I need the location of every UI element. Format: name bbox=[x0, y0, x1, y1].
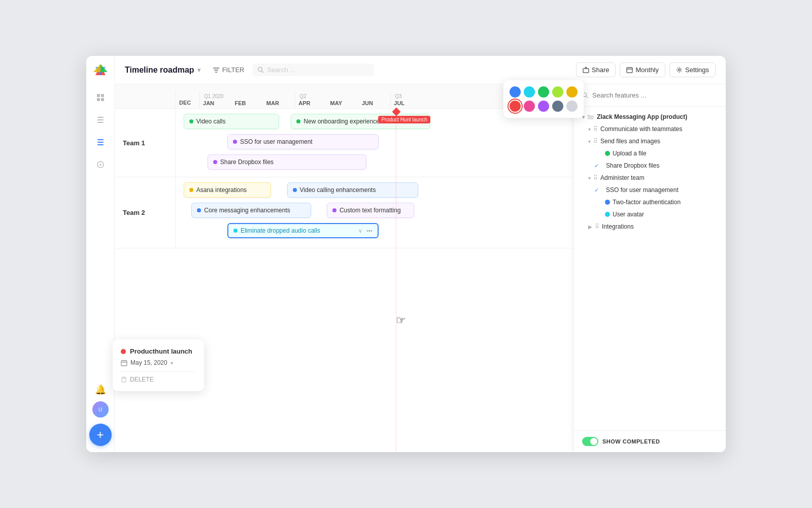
tree-item-2fa[interactable]: Two-factor authentication bbox=[574, 196, 726, 208]
svg-rect-5 bbox=[101, 94, 104, 97]
sidebar-item-list[interactable] bbox=[91, 111, 110, 129]
event-popup-date[interactable]: May 15, 2020 ▾ bbox=[121, 359, 196, 366]
monthly-button[interactable]: Monthly bbox=[620, 62, 665, 77]
svg-rect-34 bbox=[122, 378, 126, 382]
svg-rect-21 bbox=[583, 69, 589, 73]
grid-icon: ⠿ bbox=[595, 223, 599, 230]
color-swatch-slate[interactable] bbox=[552, 101, 563, 112]
svg-point-19 bbox=[258, 68, 262, 72]
task-share-dropbox[interactable]: Share Dropbox files bbox=[208, 154, 367, 170]
expand-icon[interactable]: ∨ bbox=[358, 228, 362, 234]
show-completed-label: SHOW COMPLETED bbox=[602, 438, 660, 444]
grid-icon: ⠿ bbox=[593, 138, 598, 145]
color-swatch-green[interactable] bbox=[538, 86, 549, 98]
tree-item-send-files[interactable]: ▾ ⠿ Send files and images bbox=[574, 135, 726, 147]
sidebar-item-compass[interactable] bbox=[91, 155, 110, 174]
color-swatch-cyan[interactable] bbox=[524, 86, 535, 98]
task-eliminate-dropped[interactable]: Eliminate dropped audio calls ∨ ••• bbox=[227, 223, 379, 238]
color-swatch-red[interactable] bbox=[510, 101, 521, 112]
tree-item-zlack[interactable]: ▾ Zlack Messaging App (product) bbox=[574, 111, 726, 123]
svg-rect-11 bbox=[97, 139, 104, 140]
color-swatch-yellow[interactable] bbox=[566, 86, 578, 98]
svg-rect-8 bbox=[97, 117, 104, 118]
tree-item-upload[interactable]: Upload a file bbox=[574, 147, 726, 160]
color-swatch-lime[interactable] bbox=[552, 86, 563, 98]
sidebar-item-grid[interactable] bbox=[91, 88, 110, 107]
avatar[interactable]: U bbox=[92, 401, 109, 418]
task-sso[interactable]: SSO for user management bbox=[227, 134, 379, 149]
task-core-messaging[interactable]: Core messaging enhancements bbox=[191, 203, 311, 218]
month-jan: JAN bbox=[200, 99, 231, 108]
color-row-2 bbox=[510, 101, 578, 112]
features-tree: ▾ Zlack Messaging App (product) ▾ ⠿ Comm… bbox=[574, 107, 726, 430]
features-footer: SHOW COMPLETED bbox=[574, 430, 726, 452]
share-button[interactable]: Share bbox=[576, 62, 616, 77]
content-area: Timeline roadmap ▾ FILTER Search ... bbox=[115, 56, 726, 452]
tree-item-share-dropbox-feat[interactable]: ✓ Share Dropbox files bbox=[574, 160, 726, 172]
delete-button[interactable]: DELETE bbox=[121, 371, 196, 383]
tree-item-sso-feat[interactable]: ✓ SSO for user management bbox=[574, 184, 726, 196]
tree-item-administer[interactable]: ▾ ⠿ Administer team bbox=[574, 172, 726, 184]
color-swatch-purple[interactable] bbox=[538, 101, 549, 112]
tree-item-integrations[interactable]: ▶ ⠿ Integrations bbox=[574, 220, 726, 233]
month-apr: APR bbox=[295, 99, 327, 108]
quarter-q2: Q2 bbox=[295, 91, 390, 99]
team-2-label: Team 2 bbox=[115, 177, 176, 248]
color-swatch-gray[interactable] bbox=[566, 101, 578, 112]
tree-item-user-avatar[interactable]: User avatar bbox=[574, 208, 726, 220]
svg-rect-10 bbox=[97, 122, 104, 123]
grid-icon: ⠿ bbox=[593, 174, 598, 181]
filter-button[interactable]: FILTER bbox=[213, 66, 245, 74]
add-button[interactable]: + bbox=[89, 424, 112, 446]
date-caret-icon[interactable]: ▾ bbox=[171, 360, 173, 366]
quarter-q1: Q1 2020 bbox=[200, 91, 295, 99]
milestone-label: Product Hunt launch bbox=[378, 116, 430, 123]
sidebar-item-timeline[interactable] bbox=[91, 133, 110, 151]
svg-point-26 bbox=[679, 69, 681, 71]
status-dot bbox=[605, 200, 610, 205]
notification-icon[interactable]: 🔔 bbox=[95, 384, 106, 395]
milestone-marker: Product Hunt launch bbox=[393, 109, 430, 123]
app-logo[interactable] bbox=[92, 62, 109, 78]
month-mar: MAR bbox=[263, 99, 295, 108]
status-dot bbox=[605, 212, 610, 217]
event-dot bbox=[121, 349, 126, 354]
task-asana[interactable]: Asana integrations bbox=[184, 182, 271, 198]
features-search-input[interactable] bbox=[592, 91, 718, 99]
svg-rect-29 bbox=[588, 115, 594, 119]
calendar-icon bbox=[121, 360, 127, 366]
svg-rect-13 bbox=[97, 144, 104, 145]
team-1-row: Team 1 Video calls New onboarding experi… bbox=[115, 109, 573, 177]
color-swatch-blue[interactable] bbox=[510, 86, 521, 98]
task-video-calls[interactable]: Video calls bbox=[184, 114, 279, 129]
color-picker bbox=[503, 80, 584, 118]
page-title: Timeline roadmap ▾ bbox=[125, 66, 200, 75]
more-icon[interactable]: ••• bbox=[366, 228, 373, 234]
month-dec: DEC bbox=[176, 100, 191, 106]
tree-item-communicate[interactable]: ▾ ⠿ Communicate with teammates bbox=[574, 123, 726, 135]
search-box[interactable]: Search ... bbox=[252, 64, 374, 76]
trash-icon bbox=[121, 376, 127, 383]
month-may: MAY bbox=[327, 99, 359, 108]
task-custom-text[interactable]: Custom text formatting bbox=[327, 203, 414, 218]
milestone-line bbox=[396, 109, 396, 452]
app-window: 🔔 U + Timeline roadmap ▾ FILTER bbox=[86, 56, 726, 452]
svg-rect-7 bbox=[101, 98, 104, 101]
color-swatch-pink[interactable] bbox=[524, 101, 535, 112]
timeline-body: Team 1 Video calls New onboarding experi… bbox=[115, 109, 573, 452]
team-1-label: Team 1 bbox=[115, 109, 176, 177]
month-feb: FEB bbox=[231, 99, 263, 108]
svg-rect-4 bbox=[97, 94, 100, 97]
svg-line-28 bbox=[586, 96, 588, 98]
check-icon: ✓ bbox=[594, 163, 599, 169]
chevron-down-icon: ▾ bbox=[588, 126, 591, 132]
features-search-bar[interactable] bbox=[574, 84, 726, 107]
show-completed-toggle[interactable] bbox=[582, 437, 598, 446]
app-header: Timeline roadmap ▾ FILTER Search ... bbox=[115, 56, 726, 84]
task-video-calling[interactable]: Video calling enhancements bbox=[287, 182, 419, 198]
svg-marker-2 bbox=[93, 64, 100, 72]
svg-rect-22 bbox=[627, 68, 632, 73]
title-caret-icon[interactable]: ▾ bbox=[197, 67, 200, 74]
settings-button[interactable]: Settings bbox=[669, 62, 716, 77]
month-jun: JUN bbox=[359, 99, 390, 108]
